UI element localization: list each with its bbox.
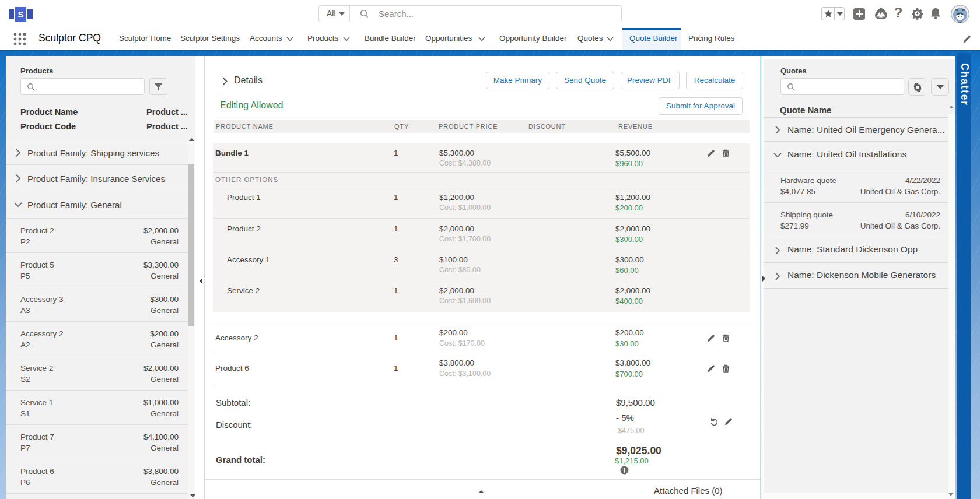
svg-text:?: ?: [894, 5, 903, 20]
